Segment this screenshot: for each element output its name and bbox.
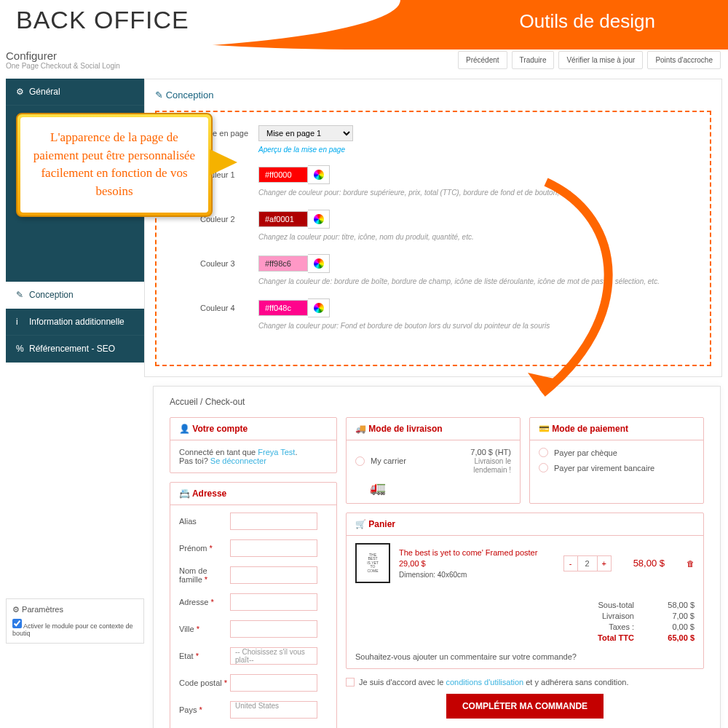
agree-checkbox[interactable] <box>346 678 355 687</box>
radio-icon <box>539 463 548 472</box>
color4-hint: Changer la couleur pour: Fond et bordure… <box>258 322 673 330</box>
brush-icon: ✎ <box>16 290 25 300</box>
color2-hint: Changez la couleur pour: titre, icône, n… <box>258 233 673 241</box>
color-wheel-icon <box>314 170 324 180</box>
gear-icon: ⚙ <box>16 87 25 97</box>
qty-minus[interactable]: - <box>563 555 578 571</box>
color2-input[interactable]: #af0001 <box>258 211 308 227</box>
pay-wire[interactable]: Payer par virement bancaire <box>539 463 695 472</box>
terms-link[interactable]: conditions d'utilisation <box>446 678 524 687</box>
cart-icon: 🛒 <box>355 519 366 529</box>
callout-bubble: L'apparence de la page de paiement peut … <box>16 113 213 217</box>
card-icon: 💳 <box>539 424 550 434</box>
callout-text: L'apparence de la page de paiement peut … <box>20 117 208 213</box>
sidebar-item-seo[interactable]: %Référencement - SEO <box>6 336 144 363</box>
highlight-box: Mise en page Mise en page 1 Aperçu de la… <box>155 111 711 366</box>
firstname-input[interactable] <box>230 539 317 557</box>
params-box: ⚙ Paramètres Activer le module pour ce c… <box>6 598 144 644</box>
shipping-card: 🚚 Mode de livraison My carrier 7,00 $ (H… <box>346 417 521 504</box>
user-link[interactable]: Freya Test <box>258 448 295 456</box>
product-name: The best is yet to come' Framed poster <box>399 548 555 557</box>
color3-label: Couleur 3 <box>200 259 258 268</box>
carrier-option[interactable]: My carrier 7,00 $ (HT) Livraison le lend… <box>355 448 511 474</box>
top-button-bar: Précédent Traduire Vérifier la mise à jo… <box>458 51 721 69</box>
checkout-preview: Accueil / Check-out 👤 Votre compte Conne… <box>153 386 721 728</box>
alias-input[interactable] <box>230 513 317 530</box>
color4-picker[interactable] <box>308 298 330 317</box>
hooks-button[interactable]: Points d'accroche <box>647 51 721 69</box>
sidebar-item-additional[interactable]: iInformation additionnelle <box>6 309 144 336</box>
header-banner: BACK OFFICE Outils de design <box>0 0 728 50</box>
sidebar-item-general[interactable]: ⚙Général <box>6 79 144 106</box>
logout-link[interactable]: Se déconnecter <box>210 456 266 465</box>
color3-input[interactable]: #ff98c6 <box>258 256 308 272</box>
translate-button[interactable]: Traduire <box>512 51 555 69</box>
check-update-button[interactable]: Vérifier la mise à jour <box>558 51 643 69</box>
design-tools-title: Outils de design <box>520 10 655 33</box>
panel-title: ✎ Conception <box>155 90 711 100</box>
color1-input[interactable]: #ff0000 <box>258 167 308 183</box>
qty-plus[interactable]: + <box>597 555 612 571</box>
color3-picker[interactable] <box>308 254 330 273</box>
product-dim: Dimension: 40x60cm <box>399 571 555 579</box>
shipping-icon: 🚛 <box>370 480 511 496</box>
color4-label: Couleur 4 <box>200 304 258 312</box>
color2-picker[interactable] <box>308 210 330 229</box>
layout-select[interactable]: Mise en page 1 <box>258 125 353 141</box>
user-icon: 👤 <box>179 424 190 434</box>
link-icon: % <box>16 344 25 354</box>
country-select[interactable]: United States <box>230 701 317 719</box>
color-wheel-icon <box>314 214 324 224</box>
breadcrumb: Accueil / Check-out <box>170 397 704 407</box>
enable-module-checkbox[interactable] <box>12 619 22 628</box>
brush-icon: ✎ <box>155 90 163 100</box>
payment-card: 💳 Mode de paiement Payer par chèque Paye… <box>529 417 704 504</box>
radio-icon <box>355 456 365 466</box>
params-title: ⚙ Paramètres <box>12 605 138 614</box>
main-panel: ✎ Conception Mise en page Mise en page 1… <box>144 79 722 377</box>
address-icon: 📇 <box>179 488 190 499</box>
pay-cheque[interactable]: Payer par chèque <box>539 448 695 457</box>
state-select[interactable]: -- Choisissez s'il vous plaît-- <box>230 647 317 665</box>
comment-prompt: Souhaitez-vous ajouter un commentaire su… <box>355 652 695 661</box>
preview-link[interactable]: Aperçu de la mise en page <box>258 146 673 154</box>
complete-order-button[interactable]: COMPLÉTER MA COMMANDE <box>446 694 604 719</box>
product-thumb: THEBESTIS YETTOCOME <box>355 543 390 583</box>
prev-button[interactable]: Précédent <box>458 51 507 69</box>
account-card: 👤 Votre compte Connecté en tant que Frey… <box>170 417 337 473</box>
line-price: 58,00 $ <box>633 558 665 569</box>
color4-input[interactable]: #ff048c <box>258 300 308 316</box>
zip-input[interactable] <box>230 674 317 692</box>
radio-icon <box>539 448 548 457</box>
agree-row[interactable]: Je suis d'accord avec le conditions d'ut… <box>346 678 704 687</box>
city-input[interactable] <box>230 620 317 638</box>
color3-hint: Changer la couleur de: bordure de boîte,… <box>258 277 673 285</box>
color1-hint: Changer de couleur pour: bordure supérie… <box>258 189 673 197</box>
info-icon: i <box>16 317 25 327</box>
qty-value: 2 <box>578 555 597 571</box>
address-input[interactable] <box>230 593 317 611</box>
lastname-input[interactable] <box>230 566 317 584</box>
trash-icon[interactable]: 🗑 <box>687 559 695 568</box>
color-wheel-icon <box>314 258 324 269</box>
callout-tail <box>210 149 237 175</box>
color1-picker[interactable] <box>308 165 330 184</box>
address-card: 📇 Adresse Alias Prénom * Nom de famille … <box>170 482 337 728</box>
cart-card: 🛒 Panier THEBESTIS YETTOCOME The best is… <box>346 513 704 669</box>
truck-icon: 🚚 <box>355 424 366 434</box>
sidebar-item-design[interactable]: ✎Conception <box>6 282 144 309</box>
color-wheel-icon <box>314 303 324 313</box>
product-price: 29,00 $ <box>399 559 555 568</box>
back-office-title: BACK OFFICE <box>16 6 189 34</box>
enable-module-label: Activer le module pour ce contexte de bo… <box>12 622 133 637</box>
